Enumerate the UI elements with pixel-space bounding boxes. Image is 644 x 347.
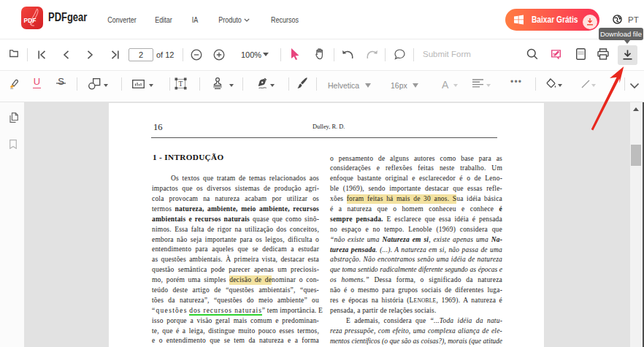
svg-text:PDF: PDF: [24, 17, 37, 24]
svg-text:T: T: [179, 80, 183, 88]
